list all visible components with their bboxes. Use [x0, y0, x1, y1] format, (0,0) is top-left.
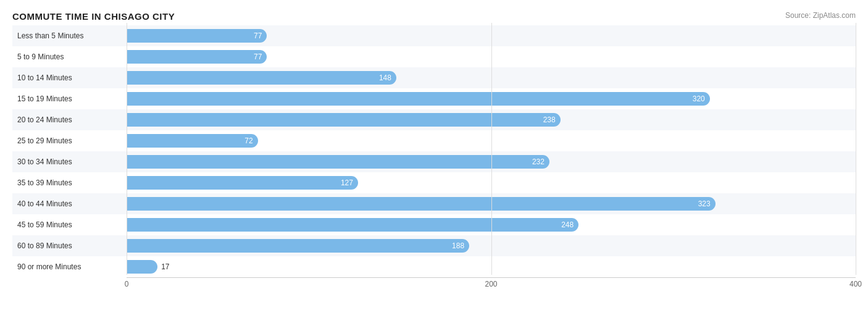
bar-fill: 232 [127, 155, 549, 169]
x-tick-label: 0 [125, 280, 129, 288]
bar-fill: 323 [127, 197, 716, 211]
bar-row: 60 to 89 Minutes188 [12, 235, 856, 256]
bar-label: 40 to 44 Minutes [12, 199, 127, 208]
bar-label: 5 to 9 Minutes [12, 52, 127, 61]
bar-row: 25 to 29 Minutes72 [12, 130, 856, 151]
bar-label: Less than 5 Minutes [12, 31, 127, 40]
bar-row: 45 to 59 Minutes248 [12, 214, 856, 235]
bar-row: 30 to 34 Minutes232 [12, 151, 856, 172]
bar-fill: 148 [127, 71, 396, 85]
bar-row: Less than 5 Minutes77 [12, 25, 856, 46]
bar-value: 127 [341, 178, 353, 187]
bar-fill [127, 260, 157, 274]
bar-label: 35 to 39 Minutes [12, 178, 127, 187]
bar-label: 60 to 89 Minutes [12, 241, 127, 250]
bar-fill: 127 [127, 176, 358, 190]
bar-value: 320 [693, 94, 705, 103]
x-tick-line [491, 23, 492, 275]
bar-fill: 320 [127, 92, 710, 106]
bar-label: 15 to 19 Minutes [12, 94, 127, 103]
bar-label: 20 to 24 Minutes [12, 115, 127, 124]
x-axis: 0200400 [127, 277, 856, 282]
bars-section: Less than 5 Minutes775 to 9 Minutes7710 … [12, 25, 856, 277]
bar-label: 10 to 14 Minutes [12, 73, 127, 82]
bar-fill: 248 [127, 218, 578, 232]
bar-value: 17 [161, 262, 169, 271]
bar-value: 148 [379, 73, 391, 82]
bar-fill: 188 [127, 239, 469, 253]
bar-fill: 77 [127, 50, 267, 64]
bar-fill: 238 [127, 113, 561, 127]
bar-label: 30 to 34 Minutes [12, 157, 127, 166]
x-tick-label: 400 [849, 280, 862, 288]
bar-value: 188 [452, 241, 464, 250]
bar-row: 40 to 44 Minutes323 [12, 193, 856, 214]
bar-row: 5 to 9 Minutes77 [12, 46, 856, 67]
bar-row: 15 to 19 Minutes320 [12, 88, 856, 109]
bar-fill: 72 [127, 134, 258, 148]
bar-value: 323 [698, 199, 711, 208]
bar-value: 238 [543, 115, 556, 124]
bar-label: 90 or more Minutes [12, 262, 127, 271]
bar-value: 248 [561, 220, 574, 229]
chart-container: COMMUTE TIME IN CHISAGO CITY Source: Zip… [0, 0, 868, 323]
bar-value: 232 [532, 157, 545, 166]
x-tick-line [127, 23, 127, 275]
bar-label: 45 to 59 Minutes [12, 220, 127, 229]
x-tick-label: 200 [485, 280, 497, 288]
x-tick-line [856, 23, 856, 275]
chart-area: Less than 5 Minutes775 to 9 Minutes7710 … [12, 25, 856, 282]
bar-value: 72 [244, 136, 252, 145]
bar-row: 35 to 39 Minutes127 [12, 172, 856, 193]
bar-label: 25 to 29 Minutes [12, 136, 127, 145]
chart-title: COMMUTE TIME IN CHISAGO CITY [12, 11, 856, 22]
bar-fill: 77 [127, 29, 267, 43]
bar-row: 20 to 24 Minutes238 [12, 109, 856, 130]
source-text: Source: ZipAtlas.com [785, 11, 856, 20]
bar-row: 90 or more Minutes17 [12, 256, 856, 277]
bar-value: 77 [254, 52, 262, 61]
bar-row: 10 to 14 Minutes148 [12, 67, 856, 88]
x-axis-line [127, 277, 856, 278]
bar-value: 77 [254, 31, 262, 40]
